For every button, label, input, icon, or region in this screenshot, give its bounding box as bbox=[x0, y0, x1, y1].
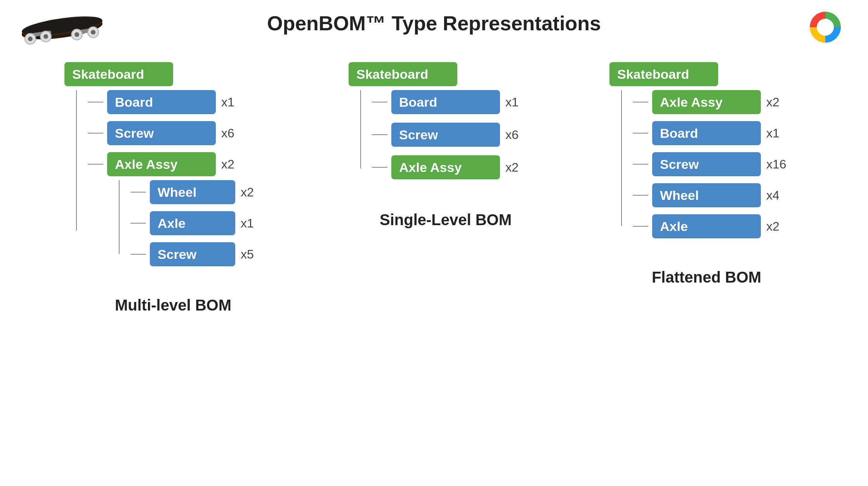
skateboard-image bbox=[16, 8, 109, 50]
svg-point-10 bbox=[75, 32, 79, 37]
bom2-board-qty: x1 bbox=[505, 95, 519, 109]
bom3-screw-node: Screw bbox=[652, 152, 761, 176]
bom1-screw-node: Screw bbox=[107, 121, 216, 145]
bom2-axleassy-node: Axle Assy bbox=[391, 155, 500, 179]
bom1-board-qty: x1 bbox=[221, 95, 234, 109]
bom3-board-node: Board bbox=[652, 121, 761, 145]
bom3-wheel-qty: x4 bbox=[766, 188, 779, 203]
bom2-board-node: Board bbox=[391, 90, 500, 114]
openbom-logo bbox=[806, 8, 845, 47]
bom3-screw-qty: x16 bbox=[766, 157, 786, 172]
bom1-wheel-qty: x2 bbox=[241, 185, 254, 200]
bom1-axleassy-qty: x2 bbox=[221, 157, 234, 172]
bom1-axle-qty: x1 bbox=[241, 216, 254, 231]
bom3-axleassy-qty: x2 bbox=[766, 95, 779, 109]
svg-point-13 bbox=[818, 20, 832, 34]
svg-point-12 bbox=[91, 30, 95, 35]
bom3-axleassy-node: Axle Assy bbox=[652, 90, 761, 114]
bom1-board-node: Board bbox=[107, 90, 216, 114]
bom1-label: Multi-level BOM bbox=[115, 297, 231, 314]
bom1-root-node: Skateboard bbox=[64, 62, 173, 86]
bom3-board-qty: x1 bbox=[766, 126, 779, 141]
bom3-label: Flattened BOM bbox=[652, 269, 761, 286]
bom1-screw-qty: x6 bbox=[221, 126, 234, 141]
bom1-section: Skateboard Board x1 bbox=[64, 62, 282, 314]
bom2-root-node: Skateboard bbox=[349, 62, 457, 86]
bom1-screw2-qty: x5 bbox=[241, 247, 254, 262]
bom3-root-node: Skateboard bbox=[609, 62, 718, 86]
svg-point-6 bbox=[28, 36, 33, 41]
bom1-wheel-node: Wheel bbox=[150, 180, 235, 204]
bom2-screw-qty: x6 bbox=[505, 128, 519, 142]
main-content: Skateboard Board x1 bbox=[0, 47, 868, 314]
svg-point-8 bbox=[43, 34, 48, 39]
bom2-axleassy-qty: x2 bbox=[505, 160, 519, 175]
bom3-wheel-node: Wheel bbox=[652, 183, 761, 207]
bom3-axle-node: Axle bbox=[652, 214, 761, 238]
bom2-section: Skateboard Board x1 Screw bbox=[349, 62, 543, 229]
bom3-section: Skateboard Axle Assy x2 Board bbox=[609, 62, 804, 286]
bom3-axle-qty: x2 bbox=[766, 219, 779, 234]
bom2-label: Single-Level BOM bbox=[380, 211, 512, 229]
bom1-screw2-node: Screw bbox=[150, 242, 235, 266]
header: OpenBOM™ Type Representations bbox=[0, 0, 868, 47]
bom2-screw-node: Screw bbox=[391, 123, 500, 147]
bom1-axleassy-node: Axle Assy bbox=[107, 152, 216, 176]
page-title: OpenBOM™ Type Representations bbox=[267, 12, 601, 35]
bom1-axle-node: Axle bbox=[150, 211, 235, 235]
